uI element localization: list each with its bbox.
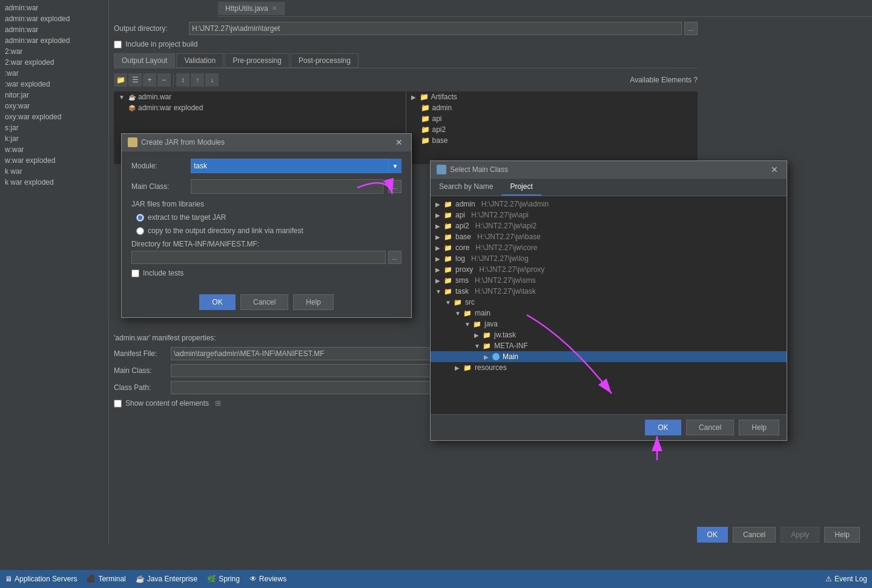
available-elements-label: Available Elements ? xyxy=(630,76,698,84)
show-content-checkbox[interactable] xyxy=(114,400,122,408)
smc-tree-item-core[interactable]: ▶ 📁 core H:\JNT2.27\jw\core xyxy=(431,242,787,253)
sidebar-item-0[interactable]: admin:war xyxy=(0,2,108,13)
tab-close-icon[interactable]: ✕ xyxy=(272,5,277,12)
status-terminal[interactable]: ⬛ Terminal xyxy=(87,575,125,583)
smc-tree-item-admin[interactable]: ▶ 📁 admin H:\JNT2.27\jw\admin xyxy=(431,199,787,210)
sidebar-item-1[interactable]: admin:war exploded xyxy=(0,13,108,24)
smc-tree-item-api2[interactable]: ▶ 📁 api2 H:\JNT2.27\jw\api2 xyxy=(431,220,787,231)
smc-tree-item-log[interactable]: ▶ 📁 log H:\JNT2.27\jw\log xyxy=(431,253,787,264)
toolbar-sort-btn[interactable]: ↕ xyxy=(176,73,190,87)
toolbar-add-btn[interactable]: + xyxy=(143,73,156,87)
smc-tree-item-main-class[interactable]: ▶ Main xyxy=(431,351,787,362)
select-main-class-tabs: Search by Name Project xyxy=(431,179,787,196)
include-tests-checkbox[interactable] xyxy=(131,269,139,277)
status-java-enterprise[interactable]: ☕ Java Enterprise xyxy=(136,575,197,583)
review-icon: 👁 xyxy=(249,575,257,583)
sidebar-item-10[interactable]: oxy:war exploded xyxy=(0,111,108,122)
smc-tree-item-metainf[interactable]: ▼ 📁 META-INF xyxy=(431,340,787,351)
jar-ok-button[interactable]: OK xyxy=(199,294,236,310)
main-apply-button[interactable]: Apply xyxy=(781,527,819,543)
tab-output-layout[interactable]: Output Layout xyxy=(114,53,175,68)
status-app-servers[interactable]: 🖥 Application Servers xyxy=(5,575,77,583)
sidebar-item-3[interactable]: admin:war exploded xyxy=(0,35,108,46)
smc-cancel-button[interactable]: Cancel xyxy=(686,420,734,435)
toolbar-list-btn[interactable]: ☰ xyxy=(128,73,142,87)
sidebar-item-16[interactable]: k war exploded xyxy=(0,177,108,188)
artifact-tree-item-war[interactable]: ▼ ☕ admin.war xyxy=(114,91,406,102)
create-jar-dialog-body: Module: task ▼ Main Class: ... JAR files… xyxy=(122,151,411,289)
smc-tree-item-java[interactable]: ▼ 📁 java xyxy=(431,319,787,329)
smc-tab-search-by-name[interactable]: Search by Name xyxy=(431,179,501,196)
available-artifacts-item[interactable]: ▶ 📁 Artifacts xyxy=(406,91,698,102)
main-class-input[interactable] xyxy=(191,179,383,194)
smc-api2-label: api2 xyxy=(455,222,469,230)
available-api-item[interactable]: 📁 api xyxy=(406,113,698,124)
available-api2-item[interactable]: 📁 api2 xyxy=(406,124,698,135)
smc-tree-item-src[interactable]: ▼ 📁 src xyxy=(431,297,787,308)
sidebar-item-13[interactable]: w:war xyxy=(0,144,108,155)
sidebar-item-14[interactable]: w:war exploded xyxy=(0,155,108,166)
sidebar-item-5[interactable]: 2:war exploded xyxy=(0,57,108,68)
status-event-log[interactable]: ⚠ Event Log xyxy=(825,575,867,583)
sidebar-item-6[interactable]: :war xyxy=(0,68,108,79)
status-bar: 🖥 Application Servers ⬛ Terminal ☕ Java … xyxy=(0,570,872,588)
output-dir-row: Output directory: ... xyxy=(114,22,698,35)
smc-tree-item-base[interactable]: ▶ 📁 base H:\JNT2.27\jw\base xyxy=(431,231,787,242)
toolbar-up-btn[interactable]: ↑ xyxy=(191,73,204,87)
status-reviews[interactable]: 👁 Reviews xyxy=(249,575,286,583)
tab-preprocessing[interactable]: Pre-processing xyxy=(225,53,289,68)
jar-help-button[interactable]: Help xyxy=(293,294,334,310)
status-spring[interactable]: 🌿 Spring xyxy=(207,575,240,583)
sidebar-item-11[interactable]: s:jar xyxy=(0,122,108,133)
main-class-browse-button[interactable]: ... xyxy=(388,180,401,193)
smc-tree-item-main-folder[interactable]: ▼ 📁 main xyxy=(431,308,787,319)
tab-validation[interactable]: Validation xyxy=(176,53,223,68)
smc-tab-project[interactable]: Project xyxy=(501,179,541,196)
sidebar-item-9[interactable]: oxy:war xyxy=(0,101,108,111)
toolbar-down-btn[interactable]: ↓ xyxy=(205,73,219,87)
available-base-item[interactable]: 📁 base xyxy=(406,135,698,146)
smc-tree-item-jwtask[interactable]: ▶ 📁 jw.task xyxy=(431,329,787,340)
module-folder-icon: 📁 xyxy=(444,200,452,208)
copy-radio[interactable] xyxy=(136,227,144,235)
include-in-build-checkbox[interactable] xyxy=(114,41,122,48)
api2-folder-label: api2 xyxy=(432,125,446,134)
sidebar-item-15[interactable]: k war xyxy=(0,166,108,177)
show-content-help-icon: ⊞ xyxy=(215,399,221,408)
sidebar-item-12[interactable]: k:jar xyxy=(0,133,108,144)
artifact-war-label: admin.war xyxy=(138,93,171,101)
main-cancel-button[interactable]: Cancel xyxy=(733,527,776,543)
manifest-dir-browse-button[interactable]: ... xyxy=(388,251,401,264)
jar-cancel-button[interactable]: Cancel xyxy=(240,294,288,310)
module-select[interactable]: task xyxy=(191,159,401,173)
smc-tree-item-sms[interactable]: ▶ 📁 sms H:\JNT2.27\jw\sms xyxy=(431,275,787,286)
smc-base-path: H:\JNT2.27\jw\base xyxy=(477,233,541,241)
create-jar-dialog-close-button[interactable]: ✕ xyxy=(393,137,405,147)
sidebar-item-2[interactable]: admin:war xyxy=(0,24,108,35)
smc-help-button[interactable]: Help xyxy=(739,420,779,435)
smc-tree-item-proxy[interactable]: ▶ 📁 proxy H:\JNT2.27\jw\proxy xyxy=(431,264,787,275)
main-class-icon xyxy=(492,353,500,360)
editor-tab[interactable]: HttpUtils.java ✕ xyxy=(218,2,285,15)
sidebar-item-8[interactable]: nitor:jar xyxy=(0,90,108,101)
output-dir-input[interactable] xyxy=(189,22,682,35)
jar-files-section-label: JAR files from libraries xyxy=(131,200,401,208)
output-dir-browse-button[interactable]: ... xyxy=(684,22,698,35)
main-help-button[interactable]: Help xyxy=(824,527,860,543)
smc-sms-label: sms xyxy=(455,276,469,285)
extract-radio[interactable] xyxy=(136,214,144,222)
manifest-dir-input[interactable] xyxy=(131,251,386,264)
toolbar-folder-btn[interactable]: 📁 xyxy=(114,73,127,87)
smc-ok-button[interactable]: OK xyxy=(645,420,681,435)
select-main-class-close-button[interactable]: ✕ xyxy=(768,165,781,174)
main-ok-button[interactable]: OK xyxy=(697,527,728,543)
artifact-tree-item-exploded[interactable]: 📦 admin:war exploded xyxy=(114,102,406,113)
available-admin-item[interactable]: 📁 admin xyxy=(406,102,698,113)
sidebar-item-7[interactable]: :war exploded xyxy=(0,79,108,90)
sidebar-item-4[interactable]: 2:war xyxy=(0,46,108,57)
smc-tree-item-api[interactable]: ▶ 📁 api H:\JNT2.27\jw\api xyxy=(431,210,787,220)
toolbar-remove-btn[interactable]: − xyxy=(157,73,171,87)
smc-tree-item-resources[interactable]: ▶ 📁 resources xyxy=(431,362,787,373)
smc-tree-item-task[interactable]: ▼ 📁 task H:\JNT2.27\jw\task xyxy=(431,286,787,297)
tab-postprocessing[interactable]: Post-processing xyxy=(291,53,358,68)
